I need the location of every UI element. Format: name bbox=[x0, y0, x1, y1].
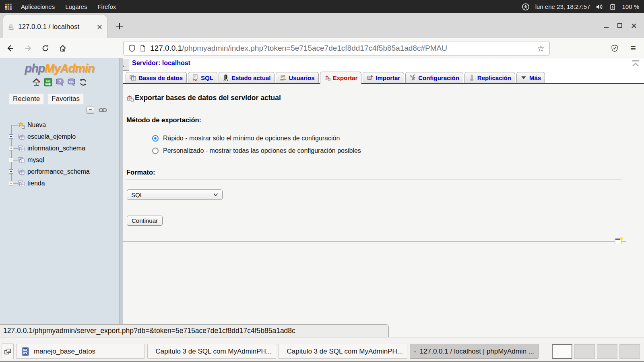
page-icon[interactable] bbox=[140, 45, 146, 51]
tree-item-mysql[interactable]: +mysql bbox=[0, 154, 119, 166]
pma-tab-bases-de-datos[interactable]: Bases de datos bbox=[126, 72, 187, 83]
url-bar[interactable]: 127.0.0.1/phpmyadmin/index.php?token=5e7… bbox=[123, 41, 550, 56]
gnome-top-bar: AplicacionesLugaresFirefox lun ene 23, 1… bbox=[0, 0, 644, 13]
menu-icon[interactable]: ≡ bbox=[630, 43, 636, 53]
workspace-1[interactable] bbox=[552, 344, 572, 359]
minimize-icon[interactable] bbox=[604, 27, 609, 28]
restore-icon[interactable] bbox=[617, 23, 622, 28]
expand-plus-icon[interactable]: + bbox=[9, 134, 13, 139]
tree-item-information-schema[interactable]: +information_schema bbox=[0, 142, 119, 154]
status-tab-icon bbox=[223, 74, 229, 81]
pma-home-icon[interactable] bbox=[32, 78, 41, 86]
tab-title: 127.0.0.1 / localhost bbox=[18, 23, 93, 31]
pma-tab-importar[interactable]: Importar bbox=[363, 72, 404, 83]
firefox-nav-bar: 127.0.0.1/phpmyadmin/index.php?token=5e7… bbox=[0, 38, 644, 58]
sidebar-button-reciente[interactable]: Reciente bbox=[9, 93, 44, 105]
taskbar-item-1[interactable]: manejo_base_datos bbox=[16, 344, 145, 359]
gnome-menu-firefox[interactable]: Firefox bbox=[94, 3, 119, 10]
tree-item-escuela-ejemplo[interactable]: +escuela_ejemplo bbox=[0, 131, 119, 142]
taskbar-item-label: Capitulo 3 de SQL com MyAdminPH... bbox=[287, 348, 403, 356]
new-window-icon[interactable] bbox=[614, 237, 623, 245]
accessibility-icon[interactable] bbox=[522, 3, 529, 10]
pma-refresh-icon[interactable] bbox=[79, 78, 87, 86]
page-title: Exportar bases de datos del servidor act… bbox=[126, 94, 644, 102]
taskbar-item-3[interactable]: Capitulo 3 de SQL com MyAdminPH... bbox=[279, 344, 407, 359]
workspace-4[interactable] bbox=[619, 344, 640, 359]
sidebar-collapse-strip[interactable] bbox=[119, 58, 123, 337]
radio-selected-icon[interactable] bbox=[152, 135, 159, 142]
divider bbox=[123, 241, 626, 242]
taskbar-item-2[interactable]: Capitulo 3 de SQL com MyAdminPH... bbox=[147, 344, 276, 359]
pma-exit-icon[interactable]: Exit bbox=[44, 78, 52, 86]
tab-label: Más bbox=[529, 74, 541, 81]
tree-item-label: information_schema bbox=[27, 145, 85, 152]
radio-label[interactable]: Personalizado - mostrar todas las opcion… bbox=[163, 147, 361, 154]
show-desktop-button[interactable] bbox=[2, 343, 14, 359]
tab-close-icon[interactable] bbox=[97, 24, 103, 30]
pma-tab-ma-s[interactable]: Más bbox=[516, 72, 545, 83]
tree-item-label: escuela_ejemplo bbox=[27, 133, 76, 140]
link-icon[interactable] bbox=[99, 108, 107, 113]
reload-icon[interactable] bbox=[42, 45, 49, 52]
sidebar-button-favoritas[interactable]: Favoritas bbox=[47, 93, 84, 105]
pma-tab-usuarios[interactable]: Usuarios bbox=[276, 72, 318, 83]
pma-tab-estado-actual[interactable]: Estado actual bbox=[219, 72, 275, 83]
applications-grid-icon bbox=[5, 3, 12, 10]
taskbar-item-4[interactable]: 127.0.0.1 / localhost | phpMyAdmin ... bbox=[410, 344, 539, 359]
workspace-2[interactable] bbox=[574, 344, 595, 359]
battery-charging-icon[interactable] bbox=[609, 4, 616, 10]
collapse-arrow-button[interactable]: ← bbox=[123, 59, 129, 71]
bookmark-star-icon[interactable]: ☆ bbox=[537, 44, 545, 53]
pma-tab-exportar[interactable]: Exportar bbox=[320, 72, 362, 84]
forward-icon[interactable] bbox=[24, 44, 32, 52]
pma-sql-icon[interactable]: SQL bbox=[67, 78, 76, 86]
radio-option-2[interactable]: Personalizado - mostrar todas las opcion… bbox=[152, 147, 644, 154]
database-icon bbox=[18, 133, 25, 140]
gnome-menu-aplicaciones[interactable]: Aplicaciones bbox=[18, 3, 58, 10]
home-icon[interactable] bbox=[59, 44, 67, 52]
firefox-tab-bar: PMA 127.0.0.1 / localhost bbox=[0, 13, 644, 38]
pma-tab-replicacio-n[interactable]: Replicación bbox=[464, 72, 515, 83]
volume-icon[interactable] bbox=[596, 3, 603, 10]
pma-nav-buttons: RecienteFavoritas bbox=[9, 93, 119, 105]
close-icon[interactable] bbox=[631, 23, 637, 29]
workspace-3[interactable] bbox=[597, 344, 617, 359]
expand-plus-icon[interactable]: + bbox=[9, 181, 13, 185]
pma-tabs: Bases de datosSQLSQLEstado actualUsuario… bbox=[123, 72, 644, 84]
taskbar-items: manejo_base_datosCapitulo 3 de SQL com M… bbox=[16, 344, 539, 359]
export-method-options: Rápido - mostrar sólo el mínimo de opcio… bbox=[152, 135, 644, 154]
continue-button[interactable]: Continuar bbox=[127, 216, 163, 226]
format-heading: Formato: bbox=[126, 169, 622, 179]
tab-label: Replicación bbox=[477, 74, 511, 81]
pma-tab-sql[interactable]: SQLSQL bbox=[188, 72, 217, 83]
back-icon[interactable] bbox=[6, 44, 14, 52]
gnome-clock[interactable]: lun ene 23, 18:27:57 bbox=[535, 3, 590, 10]
tree-item-label: tienda bbox=[27, 180, 45, 187]
protections-shield-icon[interactable] bbox=[611, 45, 618, 52]
tree-item-tienda[interactable]: +tienda bbox=[0, 177, 119, 189]
collapse-all-button[interactable]: − bbox=[87, 107, 94, 114]
new-database-icon bbox=[18, 121, 25, 129]
new-tab-button[interactable] bbox=[114, 21, 125, 32]
scroll-top-icon[interactable] bbox=[631, 60, 640, 67]
pma-tab-configuracio-n[interactable]: Configuración bbox=[405, 72, 463, 83]
radio-label[interactable]: Rápido - mostrar sólo el mínimo de opcio… bbox=[163, 135, 340, 142]
format-select[interactable]: SQL bbox=[127, 189, 223, 200]
shield-icon[interactable] bbox=[128, 45, 136, 52]
tree-item-nueva[interactable]: Nueva bbox=[0, 119, 119, 131]
pma-logo[interactable]: phpMyAdmin bbox=[0, 62, 119, 75]
url-text: 127.0.0.1/phpmyadmin/index.php?token=5e7… bbox=[150, 44, 533, 53]
browser-tab[interactable]: PMA 127.0.0.1 / localhost bbox=[3, 15, 107, 38]
radio-option-1[interactable]: Rápido - mostrar sólo el mínimo de opcio… bbox=[152, 135, 644, 142]
tree-item-performance-schema[interactable]: +performance_schema bbox=[0, 166, 119, 177]
expand-plus-icon[interactable]: + bbox=[9, 158, 13, 162]
expand-plus-icon[interactable]: + bbox=[9, 146, 13, 150]
pma-docs-icon[interactable]: ? bbox=[56, 78, 64, 86]
radio-icon[interactable] bbox=[152, 148, 159, 154]
export-method-heading: Método de exportación: bbox=[126, 116, 622, 127]
expand-plus-icon[interactable]: + bbox=[9, 169, 13, 174]
gnome-menu-lugares[interactable]: Lugares bbox=[62, 3, 90, 10]
url-path: /phpmyadmin/index.php?token=5e715ace7de1… bbox=[182, 44, 447, 52]
url-host: 127.0.0.1 bbox=[150, 44, 182, 52]
database-icon bbox=[18, 145, 25, 152]
